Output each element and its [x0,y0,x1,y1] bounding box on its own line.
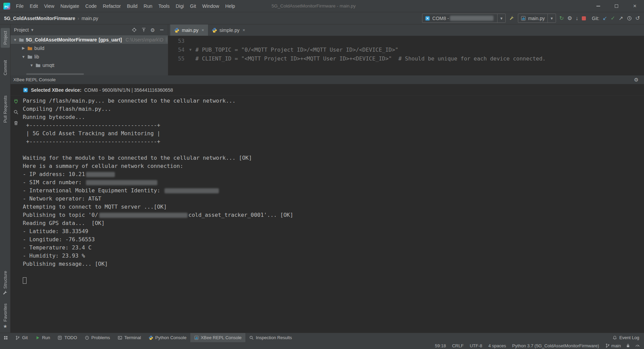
quick-access-icon[interactable] [3,335,8,340]
tree-item-build[interactable]: ▶build [11,44,168,52]
tree-expand-icon[interactable]: ▶ [21,46,25,50]
settings-gear-icon[interactable]: ⚙ [567,16,572,21]
toolwindow-todo[interactable]: TODO [54,333,81,342]
console-text: Publishing to topic '0/ [23,212,98,218]
project-title[interactable]: Project [14,27,29,33]
horizontal-scrollbar[interactable] [26,73,84,75]
download-to-device-icon[interactable]: ↓ [576,16,578,21]
breadcrumb-file[interactable]: main.py [82,16,98,21]
collapse-all-icon[interactable] [141,27,146,33]
memory-indicator-icon[interactable] [635,343,640,348]
device-selector[interactable]: COM8 - ▼ [422,14,506,23]
stripe-item-structure[interactable]: Structure [1,268,10,292]
menu-item-help[interactable]: Help [222,3,238,9]
device-status-value: COM8 - 9600/8/N/1/N | 356441116360658 [84,87,173,93]
toolwindow-label: Run [42,335,50,340]
chevron-down-icon[interactable]: ▼ [497,14,505,22]
console-line: +---------------------------------------… [23,121,644,129]
maximize-icon [615,4,618,8]
commit-icon[interactable]: ✓ [611,16,615,21]
menu-item-file[interactable]: File [13,3,27,9]
tree-expand-icon[interactable]: ▼ [30,63,34,67]
tree-item-root[interactable]: ▼ 5G_ColdAssetMonitorFirmware [gps_uart]… [11,35,168,44]
stripe-item-commit[interactable]: Commit [1,57,10,78]
menu-item-refactor[interactable]: Refactor [100,3,124,9]
wrench-icon[interactable] [509,16,515,21]
problems-icon [85,335,89,340]
menu-item-git[interactable]: Git [187,3,199,9]
menu-item-window[interactable]: Window [199,3,222,9]
console-text: - Latitude: 38.33549 [23,228,88,234]
console-line: - Humidity: 23.93 % [23,252,644,260]
menu-item-digi[interactable]: Digi [173,3,187,9]
toolwindow-run[interactable]: Run [32,333,54,342]
tab-simple-py[interactable]: simple.py× [208,24,249,36]
stop-icon[interactable] [582,16,586,20]
chevron-down-icon[interactable]: ▼ [31,28,34,32]
rerun-icon[interactable]: ↻ [559,16,564,21]
hide-panel-icon[interactable] [159,27,164,33]
device-selector-label: COM8 - [432,16,449,21]
stripe-item-favorites[interactable]: Favorites [1,300,10,325]
console-line: - Temperature: 23.4 C [23,244,644,252]
run-config-selector[interactable]: main.py ▼ [518,14,556,23]
stripe-item-project[interactable]: Project [1,28,10,48]
event-log-label: Event Log [619,335,639,340]
status-4-spaces[interactable]: 4 spaces [488,343,506,348]
minimize-button[interactable] [589,0,607,12]
event-log-button[interactable]: Event Log [612,335,639,340]
status-python-3-7-5g-coldassetmonitorfirmware-[interactable]: Python 3.7 (5G_ColdAssetMonitorFirmware) [512,343,599,348]
push-icon[interactable]: ↗ [619,16,623,21]
tree-item-umqtt[interactable]: ▼umqtt [11,61,168,69]
status-59-18[interactable]: 59:18 [435,343,446,348]
console-line: - Latitude: 38.33549 [23,227,644,235]
console-text: Publishing message... [OK] [23,261,108,267]
folder-icon [19,37,24,42]
console-settings-gear-icon[interactable]: ⚙ [634,77,639,82]
console-output[interactable]: Parsing /flash/main.py... be connected t… [11,96,644,284]
menu-item-tools[interactable]: Tools [155,3,173,9]
status-crlf[interactable]: CRLF [452,343,464,348]
xbee-device-icon [425,16,430,21]
clear-console-icon[interactable] [13,120,19,126]
menu-item-navigate[interactable]: Navigate [57,3,82,9]
settings-gear-icon[interactable]: ⚙ [151,28,155,33]
git-branch-widget[interactable]: main [605,343,621,348]
menu-item-build[interactable]: Build [124,3,140,9]
lock-icon[interactable] [626,343,630,348]
toolwindow-problems[interactable]: Problems [81,333,114,342]
tree-expand-icon[interactable]: ▼ [13,38,17,42]
locate-file-icon[interactable] [132,27,137,33]
toolwindow-terminal[interactable]: Terminal [114,333,145,342]
chevron-right-icon: › [77,16,79,21]
menu-item-run[interactable]: Run [141,3,156,9]
maximize-button[interactable] [607,0,626,12]
rollback-icon[interactable]: ↺ [636,16,640,21]
toolwindow-git[interactable]: Git [12,333,32,342]
status-utf-8[interactable]: UTF-8 [470,343,482,348]
close-button[interactable]: × [626,0,644,12]
close-icon[interactable]: × [202,28,204,33]
toolwindow-label: Python Console [155,335,187,340]
toolwindow-python-console[interactable]: Python Console [145,333,190,342]
console-text: Here is a summary of cellular network co… [23,163,183,169]
toolwindow-inspection-results[interactable]: Inspection Results [245,333,296,342]
tab-main-py[interactable]: main.py× [170,24,208,36]
tree-item-lib[interactable]: ▼lib [11,52,168,61]
toolwindow-xbee-repl-console[interactable]: XBee REPL Console [190,333,245,342]
stripe-item-pull-requests[interactable]: Pull Requests [1,92,10,126]
menu-item-code[interactable]: Code [82,3,100,9]
find-icon[interactable] [13,109,19,115]
tree-expand-icon[interactable]: ▼ [21,55,25,59]
chevron-down-icon[interactable]: ▼ [547,14,556,22]
update-project-icon[interactable]: ↙ [603,16,607,21]
history-icon[interactable] [627,16,632,21]
menu-item-view[interactable]: View [41,3,57,9]
left-tool-stripe: ★ ProjectCommitPull RequestsStructureFav… [0,24,11,333]
menu-item-edit[interactable]: Edit [27,3,41,9]
connect-icon[interactable] [13,99,19,104]
editor-lines[interactable]: 5354▼# PUB_TOPIC = "0/<MQTT Project ID>/… [168,36,644,63]
close-icon[interactable]: × [243,28,245,33]
breadcrumb-project[interactable]: 5G_ColdAssetMonitorFirmware [4,16,75,21]
application-window: PC FileEditViewNavigateCodeRefactorBuild… [0,0,644,349]
